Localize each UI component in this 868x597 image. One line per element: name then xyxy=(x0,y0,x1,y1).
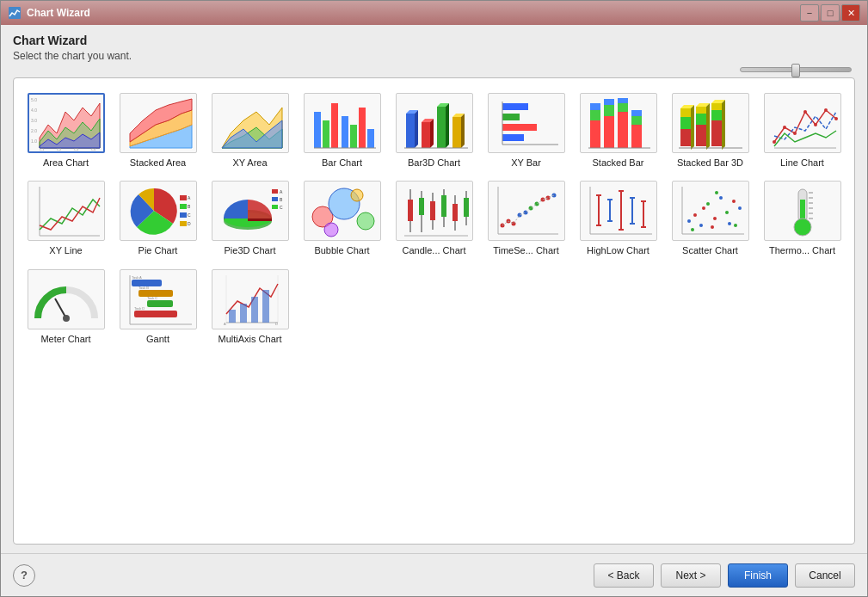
svg-rect-131 xyxy=(464,198,469,217)
svg-rect-164 xyxy=(674,182,748,239)
cancel-button[interactable]: Cancel xyxy=(795,563,855,588)
chart-label-bar-chart: Bar Chart xyxy=(322,157,362,169)
chart-item-stacked-area[interactable]: Stacked Area xyxy=(114,90,201,171)
chart-label-area-chart: Area Chart xyxy=(43,157,89,169)
chart-thumb-candle-chart xyxy=(396,181,473,241)
chart-label-meter-chart: Meter Chart xyxy=(40,333,90,345)
back-button[interactable]: < Back xyxy=(594,563,654,588)
svg-point-178 xyxy=(728,222,731,225)
svg-rect-125 xyxy=(430,201,435,220)
svg-rect-26 xyxy=(342,116,348,148)
svg-rect-54 xyxy=(590,110,600,120)
svg-point-85 xyxy=(783,126,786,129)
svg-rect-67 xyxy=(680,129,691,146)
svg-rect-53 xyxy=(590,120,600,148)
svg-text:C2: C2 xyxy=(57,147,62,151)
chart-item-timese-chart[interactable]: TimeSe... Chart xyxy=(483,178,569,259)
chart-item-line-chart[interactable]: Line Chart xyxy=(759,90,846,171)
chart-thumb-bar-chart xyxy=(304,93,381,153)
chart-thumb-scatter-chart xyxy=(672,181,749,241)
chart-item-multiaxis-chart[interactable]: A D MultiAxis Chart xyxy=(206,267,293,348)
svg-rect-38 xyxy=(437,107,446,148)
chart-item-stacked-bar[interactable]: Stacked Bar xyxy=(575,90,662,171)
svg-point-181 xyxy=(734,224,737,227)
chart-item-pie-chart[interactable]: A B C D Pie Chart xyxy=(114,178,201,259)
chart-item-xy-area[interactable]: XY Area xyxy=(206,90,293,171)
next-button[interactable]: Next > xyxy=(661,563,721,588)
svg-rect-64 xyxy=(631,110,642,116)
svg-point-145 xyxy=(551,194,556,198)
footer-bar: ? < Back Next > Finish Cancel xyxy=(1,553,867,596)
chart-label-candle-chart: Candle... Chart xyxy=(403,244,466,256)
svg-rect-121 xyxy=(408,200,413,221)
svg-rect-28 xyxy=(359,108,366,148)
title-bar: Chart Wizard − □ ✕ xyxy=(1,1,867,25)
slider-row xyxy=(13,67,855,72)
chart-item-area-chart[interactable]: 5.0 4.0 3.0 2.0 1.0 C1 C2 C3 C4 xyxy=(22,90,109,171)
svg-point-144 xyxy=(545,196,550,200)
svg-rect-200 xyxy=(147,300,173,307)
svg-rect-211 xyxy=(240,304,247,323)
chart-item-xy-line[interactable]: XY Line xyxy=(22,178,109,259)
chart-item-candle-chart[interactable]: Candle... Chart xyxy=(391,178,477,259)
svg-rect-73 xyxy=(696,114,706,125)
svg-rect-79 xyxy=(711,103,722,110)
svg-marker-34 xyxy=(415,110,418,148)
chart-thumb-gantt: Task A Task B Task C Task D xyxy=(120,269,197,329)
dialog-subtitle: Select the chart you want. xyxy=(13,50,855,62)
svg-rect-47 xyxy=(502,114,520,120)
svg-rect-56 xyxy=(604,116,614,148)
svg-rect-72 xyxy=(696,125,706,146)
chart-item-gantt[interactable]: Task A Task B Task C Task D Gantt xyxy=(114,267,201,348)
chart-item-xy-bar[interactable]: XY Bar xyxy=(483,90,569,171)
chart-item-meter-chart[interactable]: Meter Chart xyxy=(22,267,109,348)
chart-thumb-xy-bar xyxy=(488,93,565,153)
minimize-button[interactable]: − xyxy=(800,4,819,22)
svg-rect-35 xyxy=(422,122,430,148)
svg-point-118 xyxy=(324,223,338,237)
close-button[interactable]: ✕ xyxy=(841,4,860,22)
chart-item-highlow-chart[interactable]: HighLow Chart xyxy=(575,178,662,259)
svg-point-90 xyxy=(834,117,838,120)
chart-thumb-stacked-bar-3d xyxy=(672,93,749,153)
svg-text:D: D xyxy=(275,322,278,326)
svg-rect-98 xyxy=(180,212,187,218)
chart-item-bubble-chart[interactable]: Bubble Chart xyxy=(299,178,385,259)
chart-label-stacked-bar-3d: Stacked Bar 3D xyxy=(677,157,743,169)
chart-thumb-bar3d-chart xyxy=(396,93,473,153)
zoom-slider[interactable] xyxy=(740,67,852,72)
svg-point-176 xyxy=(691,228,694,231)
chart-thumb-stacked-bar xyxy=(580,93,657,153)
chart-item-scatter-chart[interactable]: Scatter Chart xyxy=(667,178,754,259)
svg-text:C: C xyxy=(280,205,283,210)
chart-item-pie3d-chart[interactable]: A B C Pie3D Chart xyxy=(206,178,293,259)
chart-wizard-window: Chart Wizard − □ ✕ Chart Wizard Select t… xyxy=(0,0,868,597)
svg-rect-210 xyxy=(229,310,236,323)
svg-rect-24 xyxy=(323,120,329,148)
maximize-button[interactable]: □ xyxy=(821,4,840,22)
svg-rect-123 xyxy=(419,198,424,215)
svg-point-86 xyxy=(793,132,797,135)
svg-marker-76 xyxy=(706,103,710,150)
chart-label-pie3d-chart: Pie3D Chart xyxy=(225,244,276,256)
svg-rect-107 xyxy=(272,189,278,194)
svg-text:2.0: 2.0 xyxy=(31,128,37,133)
help-button[interactable]: ? xyxy=(13,564,35,587)
chart-label-xy-line: XY Line xyxy=(49,244,82,256)
svg-text:Task B: Task B xyxy=(139,286,149,290)
svg-point-171 xyxy=(713,217,717,220)
svg-text:C: C xyxy=(188,212,191,218)
chart-item-bar3d-chart[interactable]: Bar3D Chart xyxy=(391,90,477,171)
chart-label-xy-bar: XY Bar xyxy=(511,157,541,169)
chart-label-scatter-chart: Scatter Chart xyxy=(682,244,738,256)
chart-item-bar-chart[interactable]: Bar Chart xyxy=(299,90,385,171)
chart-item-thermo-chart[interactable]: Thermo... Chart xyxy=(759,178,846,259)
svg-rect-58 xyxy=(604,99,614,105)
finish-button[interactable]: Finish xyxy=(728,563,788,588)
footer-left: ? xyxy=(13,564,35,587)
svg-text:Task A: Task A xyxy=(132,275,142,280)
svg-rect-48 xyxy=(502,124,537,131)
svg-point-172 xyxy=(719,196,723,200)
svg-rect-0 xyxy=(9,7,21,19)
chart-item-stacked-bar-3d[interactable]: Stacked Bar 3D xyxy=(667,90,754,171)
